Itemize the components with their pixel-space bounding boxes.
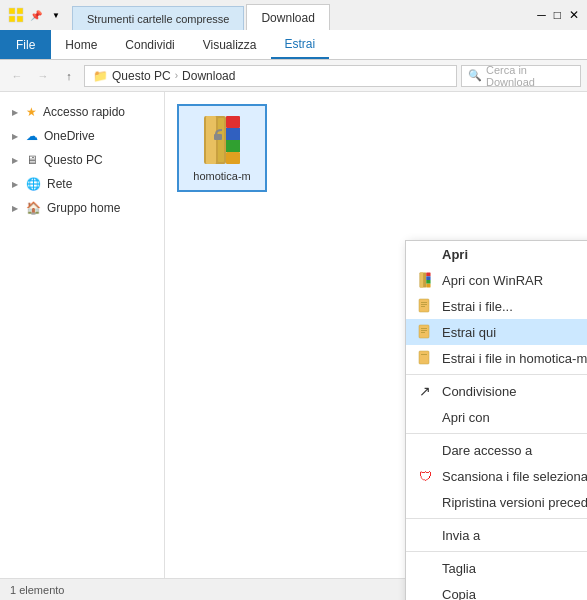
ctx-label-ripristina: Ripristina versioni precedenti [442, 495, 587, 510]
star-icon: ★ [26, 105, 37, 119]
path-download: Download [182, 69, 235, 83]
svg-rect-11 [214, 134, 222, 140]
svg-rect-15 [426, 276, 430, 280]
estrai-homotica-icon [416, 349, 434, 367]
svg-rect-25 [421, 332, 425, 333]
svg-rect-10 [226, 152, 240, 164]
ribbon-tab-condividi[interactable]: Condividi [111, 30, 188, 59]
apri-con-icon [416, 408, 434, 426]
ctx-label-estrai-file: Estrai i file... [442, 299, 513, 314]
tab-download[interactable]: Download [246, 4, 329, 30]
sidebar-label-accesso: Accesso rapido [43, 105, 125, 119]
ctx-item-apri[interactable]: Apri [406, 241, 587, 267]
search-placeholder: Cerca in Download [486, 64, 574, 88]
close-button[interactable]: ✕ [569, 8, 579, 22]
dare-accesso-icon [416, 441, 434, 459]
ctx-label-condivisione: Condivisione [442, 384, 516, 399]
ctx-item-copia[interactable]: Copia [406, 581, 587, 600]
title-bar-icons: 📌 ▼ [0, 0, 72, 30]
minimize-button[interactable]: ─ [537, 8, 546, 22]
ctx-item-taglia[interactable]: Taglia [406, 555, 587, 581]
ribbon: File Home Condividi Visualizza Estrai [0, 30, 587, 60]
svg-rect-8 [226, 128, 240, 140]
ctx-label-invia-a: Invia a [442, 528, 480, 543]
title-bar: 📌 ▼ Strumenti cartelle compresse Downloa… [0, 0, 587, 30]
sidebar-label-onedrive: OneDrive [44, 129, 95, 143]
chevron-icon: ▶ [12, 108, 18, 117]
back-button[interactable]: ← [6, 65, 28, 87]
ctx-item-invia-a[interactable]: Invia a › [406, 522, 587, 548]
svg-rect-27 [421, 354, 427, 355]
sidebar-label-home: Gruppo home [47, 201, 120, 215]
ribbon-tab-estrai[interactable]: Estrai [271, 30, 330, 59]
path-icon: 📁 [93, 69, 108, 83]
sidebar-label-pc: Questo PC [44, 153, 103, 167]
sidebar-item-onedrive[interactable]: ▶ ☁ OneDrive [0, 124, 164, 148]
address-path[interactable]: 📁 Questo PC › Download [84, 65, 457, 87]
ctx-label-apri-con: Apri con [442, 410, 490, 425]
tab-strumenti[interactable]: Strumenti cartelle compresse [72, 6, 244, 30]
ctx-separator-4 [406, 551, 587, 552]
ctx-label-scansiona: Scansiona i file selezionati con Avira [442, 469, 587, 484]
title-bar-tabs: Strumenti cartelle compresse Download [72, 0, 529, 30]
sidebar-item-rete[interactable]: ▶ 🌐 Rete [0, 172, 164, 196]
estrai-file-icon [416, 297, 434, 315]
svg-rect-1 [17, 8, 23, 14]
sidebar-item-gruppo-home[interactable]: ▶ 🏠 Gruppo home [0, 196, 164, 220]
avira-icon: 🛡 [416, 467, 434, 485]
pc-icon: 🖥 [26, 153, 38, 167]
svg-rect-13 [420, 273, 423, 288]
ctx-item-dare-accesso[interactable]: Dare accesso a › [406, 437, 587, 463]
ctx-item-apri-winrar[interactable]: Apri con WinRAR [406, 267, 587, 293]
search-icon: 🔍 [468, 69, 482, 82]
svg-rect-17 [426, 284, 430, 288]
sidebar-label-rete: Rete [47, 177, 72, 191]
svg-rect-16 [426, 280, 430, 284]
svg-rect-24 [421, 330, 427, 331]
copia-icon [416, 585, 434, 600]
forward-button[interactable]: → [32, 65, 54, 87]
svg-rect-9 [226, 140, 240, 152]
ribbon-file-tab[interactable]: File [0, 30, 51, 59]
svg-rect-20 [421, 304, 427, 305]
svg-rect-0 [9, 8, 15, 14]
ctx-label-apri: Apri [442, 247, 468, 262]
svg-rect-2 [9, 16, 15, 22]
chevron-icon: ▶ [12, 180, 18, 189]
ctx-item-scansiona[interactable]: 🛡 Scansiona i file selezionati con Avira [406, 463, 587, 489]
chevron-icon: ▶ [12, 204, 18, 213]
maximize-button[interactable]: □ [554, 8, 561, 22]
ctx-item-estrai-qui[interactable]: Estrai qui [406, 319, 587, 345]
ctx-label-copia: Copia [442, 587, 476, 601]
ctx-item-ripristina[interactable]: Ripristina versioni precedenti [406, 489, 587, 515]
path-pc: Questo PC [112, 69, 171, 83]
file-icon [196, 114, 248, 166]
path-separator: › [175, 70, 178, 81]
invia-icon [416, 526, 434, 544]
ribbon-tab-home[interactable]: Home [51, 30, 111, 59]
ctx-item-condivisione[interactable]: ↗ Condivisione [406, 378, 587, 404]
address-bar: ← → ↑ 📁 Questo PC › Download 🔍 Cerca in … [0, 60, 587, 92]
sidebar: ▶ ★ Accesso rapido ▶ ☁ OneDrive ▶ 🖥 Ques… [0, 92, 165, 578]
search-box[interactable]: 🔍 Cerca in Download [461, 65, 581, 87]
svg-rect-22 [419, 325, 429, 338]
ribbon-tab-visualizza[interactable]: Visualizza [189, 30, 271, 59]
net-icon: 🌐 [26, 177, 41, 191]
taglia-icon [416, 559, 434, 577]
ribbon-tabs: Home Condividi Visualizza Estrai [51, 30, 587, 59]
winrar-svg [198, 114, 246, 166]
ctx-item-estrai-file[interactable]: Estrai i file... [406, 293, 587, 319]
ctx-label-taglia: Taglia [442, 561, 476, 576]
ctx-item-estrai-homotica[interactable]: Estrai i file in homotica-master\ [406, 345, 587, 371]
ctx-label-dare-accesso: Dare accesso a [442, 443, 532, 458]
ctx-item-apri-con[interactable]: Apri con › [406, 404, 587, 430]
main-area: ▶ ★ Accesso rapido ▶ ☁ OneDrive ▶ 🖥 Ques… [0, 92, 587, 578]
ctx-label-winrar: Apri con WinRAR [442, 273, 543, 288]
file-area[interactable]: homotica-m Apri Apri [165, 92, 587, 578]
sidebar-item-questo-pc[interactable]: ▶ 🖥 Questo PC [0, 148, 164, 172]
file-item-homotica[interactable]: homotica-m [177, 104, 267, 192]
winrar-ctx-icon [416, 271, 434, 289]
up-button[interactable]: ↑ [58, 65, 80, 87]
file-name-label: homotica-m [193, 170, 250, 182]
sidebar-item-accesso-rapido[interactable]: ▶ ★ Accesso rapido [0, 100, 164, 124]
